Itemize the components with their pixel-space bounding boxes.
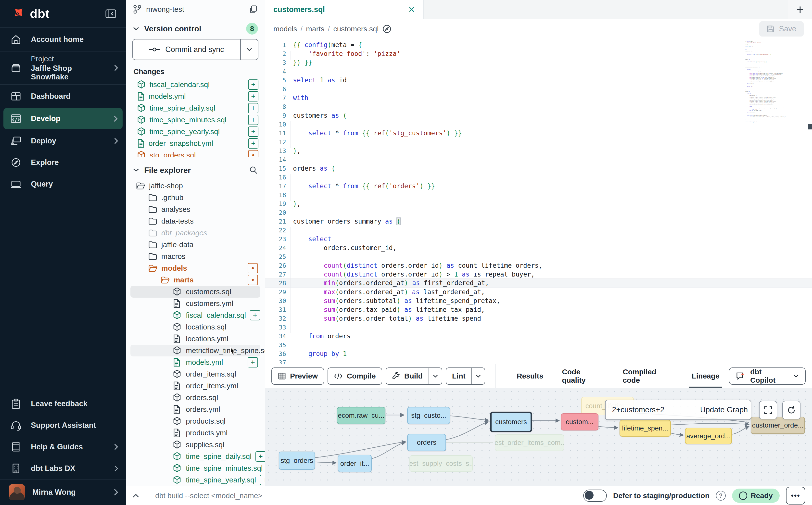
code-line-4[interactable]: 4 [265,67,812,76]
tree-item-supplies.sql[interactable]: supplies.sql [130,439,261,451]
code-line-3[interactable]: 3}) }} [265,58,812,67]
code-line-18[interactable]: 18 [265,190,812,199]
lineage-node-orders[interactable]: orders [407,434,446,451]
tree-item-dbt_packages[interactable]: dbt_packages [130,227,261,239]
sidebar-item-dashboard[interactable]: Dashboard [0,86,126,107]
tree-item-marts[interactable]: marts• [130,274,261,286]
code-line-11[interactable]: 11 select * from {{ ref('stg_customers')… [265,129,812,138]
tree-item-metricflow_time_spine.sql[interactable]: metricflow_time_spine.sql••• [130,345,261,356]
code-line-29[interactable]: 29 max(orders.ordered_at) as last_ordere… [265,288,812,296]
build-button[interactable]: Build [386,367,442,385]
code-line-26[interactable]: 26 count(distinct orders.order_id) as co… [265,261,812,270]
commit-and-sync-button[interactable]: Commit and sync [132,39,259,60]
save-button[interactable]: Save [759,21,804,36]
tab-code-quality[interactable]: Code quality [552,364,613,388]
code-line-15[interactable]: 15orders as ( [265,164,812,173]
lineage-node-test_order_items_com[interactable]: test_order_items_com... [495,435,564,451]
stage-plus-icon[interactable]: + [250,310,260,320]
tree-item-locations.yml[interactable]: locations.yml [130,333,261,345]
tree-item-orders.sql[interactable]: orders.sql [130,392,261,403]
tree-item-jaffle-data[interactable]: jaffle-data [130,239,261,250]
lineage-graph[interactable]: count_lifetim...ecom.raw_cu...stg_custo.… [265,388,812,486]
tree-item-models[interactable]: models• [130,262,261,274]
code-line-23[interactable]: 23 select [265,234,812,243]
breadcrumb-customers.sql[interactable]: customers.sql [333,25,378,33]
fullscreen-button[interactable] [759,401,777,419]
sidebar-item-leave-feedback[interactable]: Leave feedback [0,393,126,414]
stage-plus-icon[interactable]: + [260,475,265,485]
tree-item-macros[interactable]: macros [130,250,261,262]
sidebar-item-help-guides[interactable]: Help & Guides [0,436,126,458]
sidebar-item-project[interactable]: ProjectJaffle Shop Snowflake [0,52,126,83]
tree-item-.github[interactable]: .github [130,192,261,203]
modified-dot-icon[interactable]: • [248,150,259,157]
tree-item-customers.sql[interactable]: customers.sql [130,286,261,298]
lineage-node-order_it[interactable]: order_it... [338,455,372,472]
stage-plus-icon[interactable]: + [248,357,258,367]
breadcrumb-models[interactable]: models [273,25,297,33]
stage-plus-icon[interactable]: + [248,115,259,125]
more-options-button[interactable]: ••• [786,487,805,505]
code-line-1[interactable]: 1{{ config(meta = { [265,40,812,49]
tab-customers-sql[interactable]: customers.sql ✕ [265,0,424,19]
changed-file-time_spine_yearly.sql[interactable]: time_spine_yearly.sql+ [126,126,265,138]
tree-item-time_spine_minutes.sql[interactable]: time_spine_minutes.sql+ [130,462,261,474]
code-line-10[interactable]: 10 [265,120,812,129]
lineage-selector-input[interactable]: 2+customers+2 [606,400,697,419]
refresh-button[interactable] [782,401,801,419]
stage-plus-icon[interactable]: + [248,79,259,90]
branch-name[interactable]: mwong-test [146,5,184,13]
search-icon[interactable] [249,166,258,175]
code-line-20[interactable]: 20 [265,208,812,217]
changed-file-stg_orders.sql[interactable]: stg_orders.sql• [126,149,265,157]
tree-item-order_items.yml[interactable]: order_items.yml [130,380,261,392]
breadcrumb-marts[interactable]: marts [306,25,324,33]
lineage-node-custom[interactable]: custom... [561,413,599,431]
tab-compiled-code[interactable]: Compiled code [613,364,682,388]
code-line-22[interactable]: 22 [265,226,812,234]
code-line-28[interactable]: 28 min(orders.ordered_at) as first_order… [265,279,812,288]
command-input[interactable]: dbt build --select <model_name> [146,492,583,500]
code-line-36[interactable]: 36 group by 1 [265,349,812,358]
tab-results[interactable]: Results [507,364,552,388]
code-line-34[interactable]: 34 from orders [265,332,812,340]
status-badge[interactable]: Ready [732,489,780,503]
code-line-21[interactable]: 21customer_orders_summary as ( [265,217,812,226]
dbt-copilot-button[interactable]: dbt Copilot [729,367,806,385]
code-line-17[interactable]: 17 select * from {{ ref('orders') }} [265,182,812,190]
tree-item-order_items.sql[interactable]: order_items.sql [130,368,261,380]
version-control-header[interactable]: Version control 8 [126,19,265,38]
user-menu[interactable]: Mirna Wong [0,479,126,505]
changed-file-models.yml[interactable]: models.yml+ [126,91,265,102]
tree-item-jaffle-shop[interactable]: jaffle-shop [130,180,261,192]
code-line-7[interactable]: 7with [265,94,812,102]
sidebar-item-dbt-labs-dx[interactable]: dbt Labs DX [0,458,126,479]
lineage-node-stg_orders[interactable]: stg_orders [279,452,315,470]
code-line-5[interactable]: 5select 1 as id [265,76,812,85]
update-graph-button[interactable]: Update Graph [697,400,751,419]
stage-plus-icon[interactable]: + [248,138,259,149]
tree-item-customers.yml[interactable]: customers.yml [130,298,261,309]
changed-file-time_spine_daily.sql[interactable]: time_spine_daily.sql+ [126,102,265,114]
code-line-6[interactable]: 6 [265,85,812,94]
file-explorer-header[interactable]: File explorer [126,160,265,180]
changed-file-order_snapshot.yml[interactable]: order_snapshot.yml+ [126,138,265,149]
changed-file-time_spine_minutes.sql[interactable]: time_spine_minutes.sql+ [126,114,265,126]
stage-plus-icon[interactable]: + [248,91,259,102]
stage-plus-icon[interactable]: + [256,451,265,462]
tree-item-locations.sql[interactable]: locations.sql [130,321,261,333]
code-line-8[interactable]: 8 [265,102,812,111]
sidebar-item-query[interactable]: Query [0,173,126,195]
code-line-24[interactable]: 24 orders.customer_id, [265,243,812,252]
code-editor[interactable]: 1{{ config(meta = {2 'favorite_food': 'p… [265,39,812,364]
help-icon[interactable]: ? [716,491,726,501]
sidebar-item-deploy[interactable]: Deploy [0,130,126,152]
tree-item-time_spine_daily.sql[interactable]: time_spine_daily.sql+ [130,451,261,462]
changed-file-fiscal_calendar.sql[interactable]: fiscal_calendar.sql+ [126,79,265,91]
expand-command-bar-icon[interactable] [126,486,146,505]
code-line-37[interactable]: 37 [265,358,812,364]
code-line-16[interactable]: 16 [265,173,812,182]
sidebar-item-explore[interactable]: Explore [0,152,126,173]
tree-item-products.yml[interactable]: products.yml [130,427,261,439]
code-line-14[interactable]: 14 [265,155,812,164]
